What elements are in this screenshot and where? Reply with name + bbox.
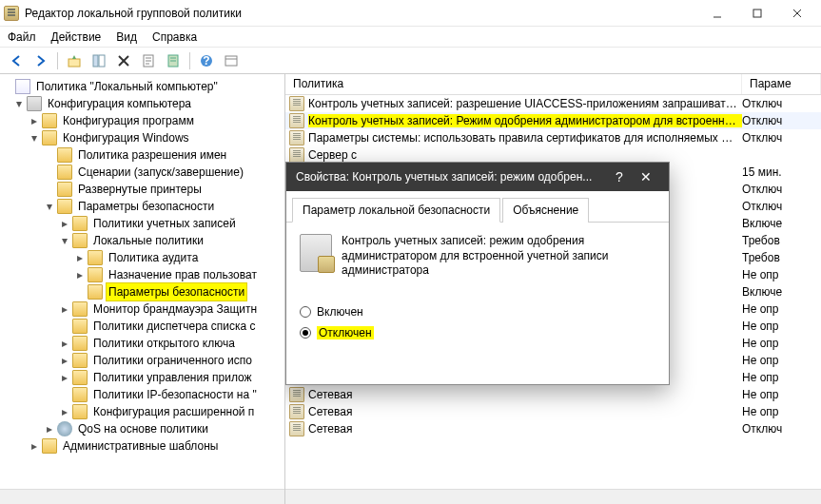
svg-text:?: ?: [203, 54, 209, 68]
expand-icon[interactable]: ▸: [59, 372, 70, 383]
tree-ipsec[interactable]: Политики IP-безопасности на ": [91, 386, 259, 403]
expand-icon[interactable]: ▸: [74, 252, 86, 263]
policy-name: Сервер с: [308, 148, 742, 162]
option-enabled[interactable]: Включен: [300, 305, 655, 319]
nav-back-button[interactable]: [6, 50, 27, 71]
properties-button[interactable]: [163, 50, 184, 71]
app-icon: [4, 6, 19, 21]
tree-name-policy[interactable]: Политика разрешения имен: [76, 146, 228, 164]
policy-list-pane: Политика Параме Контроль учетных записей…: [285, 74, 821, 504]
list-header: Политика Параме: [285, 74, 821, 95]
policy-value: Не опр: [742, 337, 821, 350]
svg-rect-4: [68, 59, 80, 67]
folder-icon: [42, 130, 57, 145]
dialog-title: Свойства: Контроль учетных записей: режи…: [296, 170, 606, 184]
policy-row[interactable]: СетеваяНе опр: [285, 403, 821, 420]
policy-value: Отключ: [742, 114, 821, 127]
folder-icon: [88, 267, 103, 282]
expand-icon[interactable]: ▸: [59, 303, 70, 315]
policy-tree[interactable]: ▸Политика "Локальный компьютер" ▾Конфигу…: [0, 74, 284, 489]
tree-security[interactable]: Параметры безопасности: [76, 198, 216, 215]
policy-item-icon: [289, 421, 304, 436]
tree-netlist[interactable]: Политики диспетчера списка с: [91, 318, 258, 335]
radio-icon[interactable]: [300, 327, 311, 339]
tree-printers[interactable]: Развернутые принтеры: [76, 181, 204, 198]
policy-value: Не опр: [742, 268, 821, 281]
policy-value: Отключ: [742, 131, 821, 145]
policy-row[interactable]: СетеваяНе опр: [285, 386, 821, 403]
tree-rights[interactable]: Назначение прав пользоват: [107, 266, 259, 283]
dialog-close-button[interactable]: ✕: [633, 169, 659, 184]
tree-sec-params[interactable]: Параметры безопасности: [107, 283, 246, 300]
dialog-title-bar[interactable]: Свойства: Контроль учетных записей: режи…: [286, 163, 669, 191]
close-button[interactable]: [783, 4, 811, 23]
expand-icon[interactable]: ▸: [74, 269, 86, 281]
expand-icon[interactable]: ▸: [59, 218, 70, 229]
toolbar: ?: [0, 48, 821, 74]
minimize-button[interactable]: [703, 4, 732, 23]
dialog-help-button[interactable]: ?: [606, 169, 633, 184]
expand-icon[interactable]: ▸: [59, 355, 70, 366]
tree-pane: ▸Политика "Локальный компьютер" ▾Конфигу…: [0, 74, 285, 504]
tree-audit[interactable]: Политика аудита: [107, 249, 200, 266]
col-parameter[interactable]: Параме: [742, 74, 821, 94]
tree-admin-templates[interactable]: Административные шаблоны: [61, 437, 220, 455]
policy-row[interactable]: Параметры системы: использовать правила …: [285, 129, 821, 146]
tree-software-restrict[interactable]: Политики ограниченного испо: [91, 352, 254, 369]
export-button[interactable]: [138, 50, 159, 71]
folder-icon: [57, 199, 72, 214]
expand-icon[interactable]: ▸: [29, 440, 40, 452]
menu-help[interactable]: Справка: [152, 30, 197, 44]
help-button[interactable]: ?: [196, 50, 217, 71]
maximize-button[interactable]: [743, 4, 772, 23]
policy-value: Не опр: [742, 354, 821, 367]
policy-value: Отключ: [742, 422, 821, 436]
tree-account-pol[interactable]: Политики учетных записей: [91, 215, 238, 232]
expand-icon[interactable]: ▾: [13, 98, 25, 109]
expand-icon[interactable]: ▸: [59, 338, 70, 349]
menu-file[interactable]: Файл: [8, 30, 36, 44]
up-button[interactable]: [64, 50, 85, 71]
col-policy[interactable]: Политика: [285, 74, 742, 94]
horizontal-scrollbar[interactable]: [0, 489, 284, 504]
folder-icon: [57, 165, 72, 180]
properties-dialog: Свойства: Контроль учетных записей: режи…: [285, 162, 670, 385]
tab-explanation[interactable]: Объяснение: [502, 198, 589, 223]
expand-icon[interactable]: ▾: [44, 201, 55, 212]
expand-icon[interactable]: ▾: [29, 132, 40, 144]
tree-root[interactable]: Политика "Локальный компьютер": [34, 78, 220, 95]
tree-app-control[interactable]: Политики управления прилож: [91, 369, 254, 386]
expand-icon[interactable]: ▸: [59, 406, 70, 417]
expand-icon[interactable]: ▸: [29, 115, 40, 126]
folder-icon: [57, 147, 72, 163]
policy-row[interactable]: Контроль учетных записей: разрешение UIA…: [285, 95, 821, 112]
expand-icon[interactable]: ▾: [59, 235, 70, 246]
tree-comp-config[interactable]: Конфигурация компьютера: [46, 95, 193, 112]
tree-prog-config[interactable]: Конфигурация программ: [61, 112, 196, 129]
folder-icon: [72, 387, 88, 402]
tree-firewall[interactable]: Монитор брандмауэра Защитн: [91, 300, 259, 318]
tree-qos[interactable]: QoS на основе политики: [76, 420, 210, 437]
menu-action[interactable]: Действие: [51, 30, 102, 44]
tree-win-config[interactable]: Конфигурация Windows: [61, 129, 191, 146]
folder-icon: [88, 284, 103, 300]
option-disabled[interactable]: Отключен: [300, 326, 655, 339]
tab-local-security[interactable]: Параметр локальной безопасности: [292, 198, 500, 223]
filter-button[interactable]: [221, 50, 242, 71]
tree-ext-audit[interactable]: Конфигурация расширенной п: [91, 403, 256, 420]
menu-view[interactable]: Вид: [116, 30, 137, 44]
folder-icon: [72, 336, 88, 351]
policy-row[interactable]: Контроль учетных записей: Режим одобрени…: [285, 112, 821, 129]
policy-name: Сетевая: [308, 388, 742, 401]
tree-scripts[interactable]: Сценарии (запуск/завершение): [76, 164, 245, 181]
nav-forward-button[interactable]: [30, 50, 51, 71]
horizontal-scrollbar[interactable]: [285, 489, 821, 504]
tree-pubkey[interactable]: Политики открытого ключа: [91, 335, 237, 352]
policy-row[interactable]: СетеваяОтключ: [285, 420, 821, 437]
delete-button[interactable]: [113, 50, 134, 71]
show-hide-tree-button[interactable]: [88, 50, 109, 71]
radio-icon[interactable]: [300, 306, 311, 318]
tree-local-pol[interactable]: Локальные политики: [91, 232, 205, 249]
expand-icon[interactable]: ▸: [44, 423, 55, 435]
svg-rect-6: [99, 55, 105, 67]
